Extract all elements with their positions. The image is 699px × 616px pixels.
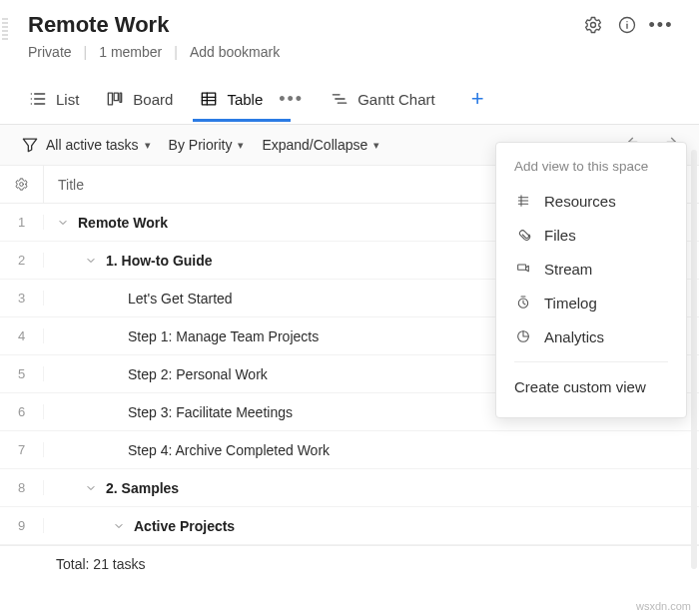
filter-label: All active tasks: [46, 137, 139, 153]
chevron-down-icon: ▾: [373, 139, 379, 152]
menu-separator: [514, 361, 668, 362]
chevron-down-icon[interactable]: [84, 254, 98, 268]
row-label: 2. Samples: [106, 480, 179, 496]
filter-dropdown[interactable]: All active tasks ▾: [20, 135, 151, 155]
row-cell: Active Projects: [44, 518, 699, 534]
row-number: 8: [0, 480, 44, 495]
tab-label: Gantt Chart: [357, 91, 435, 108]
row-cell: Step 4: Archive Completed Work: [44, 442, 699, 458]
row-label: Let's Get Started: [128, 291, 233, 307]
chevron-down-icon[interactable]: [56, 216, 70, 230]
row-cell: 2. Samples: [44, 480, 699, 496]
row-label: Active Projects: [134, 518, 235, 534]
info-icon[interactable]: [617, 15, 637, 35]
privacy-label[interactable]: Private: [28, 44, 72, 60]
total-row: Total: 21 tasks: [0, 545, 699, 582]
add-view-menu: Add view to this space ResourcesFilesStr…: [495, 142, 687, 418]
menu-item-create-custom[interactable]: Create custom view: [496, 370, 686, 403]
menu-hint: Add view to this space: [496, 155, 686, 184]
tab-label: Table: [227, 91, 263, 108]
board-icon: [105, 89, 125, 109]
resources-icon: [514, 192, 532, 210]
row-number: 2: [0, 253, 44, 268]
table-row[interactable]: 7Step 4: Archive Completed Work: [0, 431, 699, 469]
svg-rect-12: [120, 93, 122, 102]
stream-icon: [514, 260, 532, 278]
row-number: 4: [0, 328, 44, 343]
settings-gear-icon[interactable]: [583, 15, 603, 35]
separator: |: [174, 44, 178, 60]
row-label: Step 3: Facilitate Meetings: [128, 404, 293, 420]
svg-point-0: [591, 23, 596, 28]
svg-rect-13: [203, 93, 216, 105]
add-view-button[interactable]: +: [471, 86, 484, 124]
row-number: 9: [0, 518, 44, 533]
sort-dropdown[interactable]: By Priority ▾: [169, 137, 245, 153]
page-header: Remote Work ••• Private | 1 member | Add…: [0, 0, 699, 64]
menu-item-label: Timelog: [544, 295, 597, 311]
menu-item-files[interactable]: Files: [496, 218, 686, 252]
watermark: wsxdn.com: [636, 600, 691, 612]
svg-point-20: [20, 183, 24, 187]
list-icon: [28, 89, 48, 109]
row-label: Step 4: Archive Completed Work: [128, 442, 330, 458]
filter-icon: [20, 135, 40, 155]
row-number: 1: [0, 215, 44, 230]
more-menu-icon[interactable]: •••: [651, 15, 671, 35]
timelog-icon: [514, 294, 532, 311]
gantt-icon: [330, 89, 350, 109]
row-label: 1. How-to Guide: [106, 253, 213, 269]
separator: |: [84, 44, 88, 60]
menu-item-label: Create custom view: [514, 378, 646, 395]
members-label[interactable]: 1 member: [99, 44, 162, 60]
table-row[interactable]: 9Active Projects: [0, 507, 699, 545]
chevron-down-icon[interactable]: [112, 519, 126, 533]
row-label: Step 2: Personal Work: [128, 366, 268, 382]
tab-gantt[interactable]: Gantt Chart: [330, 89, 435, 121]
menu-item-analytics[interactable]: Analytics: [496, 319, 686, 353]
row-number: 7: [0, 442, 44, 457]
add-bookmark-link[interactable]: Add bookmark: [190, 44, 280, 60]
chevron-down-icon: ▾: [238, 139, 244, 152]
tab-label: List: [56, 91, 79, 108]
expand-label: Expand/Collapse: [262, 137, 367, 153]
menu-item-label: Resources: [544, 193, 616, 210]
menu-item-resources[interactable]: Resources: [496, 184, 686, 218]
chevron-down-icon[interactable]: [84, 481, 98, 495]
row-number: 5: [0, 366, 44, 381]
tab-board[interactable]: Board: [105, 89, 173, 121]
menu-item-timelog[interactable]: Timelog: [496, 286, 686, 319]
table-row[interactable]: 82. Samples: [0, 469, 699, 507]
tab-list[interactable]: List: [28, 89, 79, 121]
chevron-down-icon: ▾: [145, 139, 151, 152]
analytics-icon: [514, 327, 532, 345]
menu-item-label: Stream: [544, 261, 592, 278]
tab-table[interactable]: Table: [199, 89, 263, 121]
drag-handle[interactable]: [2, 16, 8, 40]
svg-rect-11: [115, 93, 119, 101]
view-tabs: List Board Table ••• Gantt Chart +: [0, 64, 699, 125]
row-settings-gear-icon[interactable]: [0, 166, 44, 203]
svg-rect-25: [518, 265, 526, 270]
expand-dropdown[interactable]: Expand/Collapse ▾: [262, 137, 379, 153]
menu-item-label: Files: [544, 227, 576, 244]
table-icon: [199, 89, 219, 109]
page-title: Remote Work: [28, 12, 169, 38]
row-label: Step 1: Manage Team Projects: [128, 328, 319, 344]
tab-more-icon[interactable]: •••: [279, 89, 304, 122]
vertical-scrollbar[interactable]: [691, 150, 697, 569]
svg-rect-10: [109, 93, 113, 105]
row-number: 6: [0, 404, 44, 419]
row-number: 3: [0, 291, 44, 306]
sort-label: By Priority: [169, 137, 233, 153]
menu-item-label: Analytics: [544, 328, 604, 345]
menu-item-stream[interactable]: Stream: [496, 252, 686, 286]
files-icon: [514, 226, 532, 244]
tab-label: Board: [133, 91, 173, 108]
column-header-title[interactable]: Title: [44, 177, 84, 193]
row-label: Remote Work: [78, 215, 168, 231]
